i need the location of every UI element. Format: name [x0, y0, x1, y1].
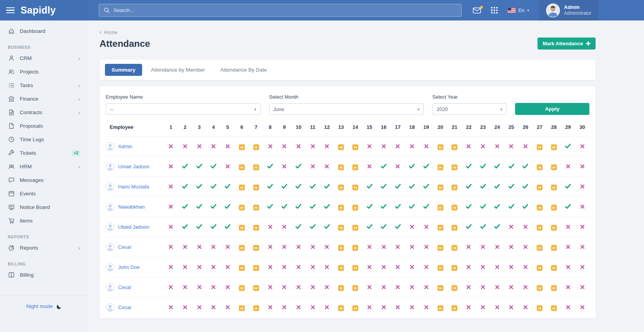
- sidebar-item-time-logs[interactable]: Time Logs: [0, 133, 88, 146]
- mark-cell-day-20: H: [433, 137, 448, 157]
- absent-x-icon: [509, 143, 513, 150]
- mark-cell-day-15: [362, 157, 377, 177]
- employee-name-link[interactable]: John Doe: [118, 264, 140, 270]
- mark-attendance-button[interactable]: Mark Attendance ✚: [538, 38, 596, 50]
- year-select[interactable]: 2020 ▾: [432, 103, 507, 115]
- menu-toggle-button[interactable]: [6, 7, 15, 14]
- employee-name-link[interactable]: Haris Mustafa: [118, 184, 149, 190]
- column-header-day-24: 24: [490, 124, 504, 137]
- mark-cell-day-10: [292, 237, 306, 257]
- present-check-icon: [494, 183, 500, 190]
- sidebar-item-proposals[interactable]: Proposals: [0, 119, 88, 133]
- mark-cell-day-3: [192, 237, 206, 257]
- employee-name-select[interactable]: -- ▾: [106, 103, 261, 115]
- tab-attendance-by-member[interactable]: Attendance by Member: [144, 64, 212, 76]
- present-check-icon: [295, 204, 301, 210]
- sidebar-item-items[interactable]: Items: [0, 214, 88, 228]
- bank-icon: [8, 96, 15, 103]
- language-label: En: [518, 7, 524, 13]
- sidebar-item-events[interactable]: Events: [0, 187, 88, 200]
- language-selector[interactable]: En ▾: [508, 7, 529, 13]
- mark-cell-day-30: [575, 237, 589, 257]
- sidebar-item-reports[interactable]: Reports›: [0, 241, 88, 255]
- sidebar-item-billing[interactable]: Billing: [0, 268, 88, 282]
- column-header-day-15: 15: [362, 124, 377, 137]
- employee-name-link[interactable]: Cesar: [118, 244, 132, 250]
- present-check-icon: [466, 224, 472, 230]
- breadcrumb[interactable]: ‹ Home: [100, 29, 117, 35]
- mark-cell-day-3: [192, 298, 206, 318]
- mark-cell-day-24: [490, 177, 504, 197]
- mark-cell-day-25: [504, 277, 519, 298]
- sidebar-item-label: Items: [20, 218, 33, 224]
- sidebar-item-tickets[interactable]: Tickets+2: [0, 146, 88, 160]
- absent-x-icon: [410, 284, 414, 291]
- employee-name-link[interactable]: Cesar: [118, 305, 132, 310]
- apply-button[interactable]: Apply: [515, 103, 589, 115]
- sidebar-item-projects[interactable]: Projects: [0, 65, 88, 79]
- caret-down-icon: ▾: [527, 8, 529, 12]
- global-search[interactable]: [99, 4, 462, 17]
- employee-name-link[interactable]: Nawabkhan: [118, 204, 145, 210]
- sidebar-item-crm[interactable]: CRM›: [0, 51, 88, 65]
- tab-attendance-by-date[interactable]: Attendance By Date: [214, 64, 273, 76]
- mark-cell-day-6: H: [235, 157, 249, 177]
- apps-grid-icon[interactable]: [491, 7, 498, 14]
- mark-cell-day-1: [164, 298, 178, 318]
- absent-x-icon: [325, 143, 329, 150]
- absent-x-icon: [523, 264, 528, 270]
- mark-cell-day-25: [504, 257, 519, 277]
- mark-cell-day-1: [164, 277, 178, 298]
- column-header-day-13: 13: [334, 124, 349, 137]
- holiday-badge: H: [239, 225, 245, 231]
- sidebar-item-dashboard[interactable]: Dashboard: [0, 24, 88, 38]
- user-menu[interactable]: Admin Administrator: [539, 0, 598, 21]
- absent-x-icon: [168, 304, 173, 311]
- mark-cell-day-30: [575, 137, 589, 157]
- mark-cell-day-10: [292, 137, 306, 157]
- month-select[interactable]: June ▾: [269, 103, 424, 115]
- mark-cell-day-15: [362, 237, 377, 257]
- mark-cell-day-3: [192, 177, 206, 197]
- mark-cell-day-15: [362, 298, 377, 318]
- absent-x-icon: [168, 284, 173, 291]
- absent-x-icon: [311, 284, 315, 291]
- sidebar-item-finance[interactable]: Finance›: [0, 92, 88, 106]
- employee-name-link[interactable]: Cesar: [118, 284, 132, 290]
- search-input[interactable]: [113, 7, 457, 13]
- team-icon: [8, 163, 15, 170]
- present-check-icon: [508, 183, 514, 190]
- mark-cell-day-1: [164, 237, 178, 257]
- present-check-icon: [381, 204, 386, 210]
- sidebar-item-label: Events: [20, 191, 36, 197]
- sidebar-section-reports: REPORTS: [0, 234, 88, 239]
- present-check-icon: [282, 204, 287, 210]
- sidebar-item-label: Contracts: [20, 110, 42, 115]
- mark-cell-day-1: [164, 137, 178, 157]
- absent-x-icon: [381, 264, 386, 270]
- column-header-day-25: 25: [504, 124, 519, 137]
- mark-cell-day-26: [519, 157, 533, 177]
- mark-cell-day-12: [320, 257, 334, 277]
- attendance-row: CesarHHHHHHHH: [106, 298, 589, 318]
- absent-x-icon: [183, 264, 187, 270]
- absent-x-icon: [268, 224, 273, 230]
- employee-name-link[interactable]: Umair Jadoon: [118, 164, 149, 169]
- employee-name-link[interactable]: Admin: [118, 144, 132, 149]
- absent-x-icon: [168, 244, 173, 250]
- breadcrumb-home-link[interactable]: Home: [104, 29, 117, 35]
- brand-logo[interactable]: Sapidly: [21, 5, 56, 16]
- employee-name-link[interactable]: Ubaid Jadoon: [118, 224, 149, 230]
- sidebar-item-notice-board[interactable]: Notice Board: [0, 200, 88, 214]
- sidebar-item-contracts[interactable]: Contracts›: [0, 106, 88, 119]
- sidebar-item-hrm[interactable]: HRM›: [0, 160, 88, 173]
- mail-icon[interactable]: [473, 7, 481, 14]
- tab-summary[interactable]: Summary: [105, 64, 142, 76]
- absent-x-icon: [424, 143, 429, 150]
- sidebar-item-messages[interactable]: Messages: [0, 173, 88, 187]
- employee-avatar-icon: [106, 263, 115, 272]
- sidebar-item-tasks[interactable]: Tasks›: [0, 79, 88, 92]
- mark-cell-day-2: [178, 137, 192, 157]
- holiday-badge: H: [452, 225, 457, 231]
- night-mode-toggle[interactable]: Night mode: [0, 295, 88, 332]
